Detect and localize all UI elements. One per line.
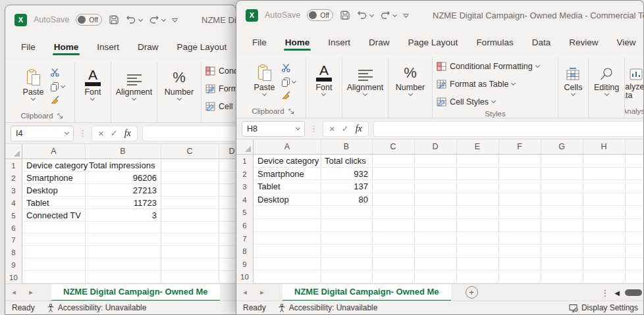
format-as-table-button[interactable]: Format as Table (437, 78, 554, 90)
tab-data[interactable]: Data (531, 32, 552, 53)
dialog-launcher-icon[interactable] (288, 109, 294, 114)
cell[interactable]: 137 (321, 180, 371, 193)
cell[interactable]: 3 (86, 209, 160, 222)
row-header[interactable]: 8 (5, 246, 22, 259)
cut-button[interactable] (50, 67, 65, 78)
name-box[interactable]: I4 (11, 126, 74, 141)
name-box[interactable]: H8 (242, 121, 305, 137)
cell[interactable]: 932 (321, 168, 371, 181)
sheet-nav-next[interactable]: ▸ (254, 288, 271, 297)
redo-button[interactable] (380, 11, 396, 20)
font-button[interactable]: A Font (311, 59, 336, 105)
cell[interactable]: Device category (254, 155, 320, 168)
row-header[interactable]: 7 (5, 233, 22, 247)
cell[interactable]: 96206 (86, 172, 160, 185)
cell[interactable]: 27213 (86, 184, 160, 197)
row-header[interactable]: 6 (236, 219, 254, 232)
row-header[interactable]: 1 (236, 155, 254, 168)
column-header[interactable]: G (541, 139, 583, 154)
cell[interactable]: Desktop (23, 184, 84, 197)
cancel-button[interactable]: × (329, 123, 335, 134)
row-header[interactable]: 2 (236, 168, 254, 181)
customize-quick-access-button[interactable] (403, 14, 409, 17)
customize-quick-access-button[interactable] (172, 18, 178, 22)
alignment-button[interactable]: Alignment (343, 59, 388, 105)
tab-draw[interactable]: Draw (367, 32, 391, 53)
font-button[interactable]: A Font (80, 63, 105, 109)
column-header[interactable]: C (161, 144, 219, 158)
tab-page-layout[interactable]: Page Layout (176, 36, 228, 58)
tab-review[interactable]: Review (568, 32, 599, 53)
select-all-corner[interactable] (236, 139, 254, 154)
cell[interactable]: Total clicks (321, 155, 371, 168)
column-header[interactable]: D (219, 144, 236, 158)
tab-view[interactable]: View (615, 32, 637, 53)
display-settings-button[interactable]: Display Settings (569, 303, 638, 312)
column-header[interactable]: B (85, 144, 161, 158)
conditional-formatting-button[interactable]: Conditional Formatting (437, 60, 554, 72)
sheet-tab[interactable]: NZME Digital Campaign- Owned Me (51, 284, 220, 301)
row-header[interactable]: 1 (5, 159, 22, 172)
enter-button[interactable]: ✓ (111, 128, 118, 138)
number-button[interactable]: % Number (392, 59, 429, 105)
new-sheet-button[interactable]: + (466, 286, 478, 299)
tab-draw[interactable]: Draw (136, 36, 160, 58)
dialog-launcher-icon[interactable] (57, 113, 63, 119)
row-header[interactable]: 5 (236, 206, 254, 219)
column-header[interactable]: B (321, 139, 372, 154)
formula-bar-handle-icon[interactable]: ⋮ (309, 124, 318, 133)
scroll-left-icon[interactable]: ◀ (614, 289, 620, 297)
row-header[interactable]: 10 (5, 271, 22, 283)
horizontal-scrollbar-thumb[interactable] (625, 289, 642, 296)
row-header[interactable]: 9 (5, 258, 22, 272)
column-header[interactable]: F (498, 139, 541, 154)
number-button[interactable]: % Number (161, 63, 198, 109)
cell[interactable]: 11723 (86, 197, 160, 210)
row-header[interactable]: 9 (236, 258, 254, 271)
row-header[interactable]: 2 (5, 172, 22, 185)
cell[interactable]: Connected TV (23, 209, 84, 222)
row-header[interactable]: 3 (236, 180, 254, 193)
cells-button[interactable]: Cells (563, 59, 584, 105)
redo-button[interactable] (149, 15, 165, 24)
sheet-tab-menu-button[interactable]: ⋮ (601, 288, 609, 298)
copy-button[interactable] (281, 76, 296, 87)
row-header[interactable]: 8 (236, 245, 254, 258)
tab-insert[interactable]: Insert (95, 36, 121, 58)
row-header[interactable]: 10 (236, 270, 254, 283)
row-header[interactable]: 7 (236, 232, 254, 245)
formula-input[interactable] (373, 121, 643, 137)
undo-button[interactable] (126, 15, 142, 24)
cell[interactable]: Device category (23, 159, 84, 172)
insert-function-button[interactable]: fx (356, 124, 362, 134)
formula-input[interactable] (142, 126, 236, 141)
copy-button[interactable] (50, 81, 65, 91)
select-all-corner[interactable] (5, 144, 22, 158)
cut-button[interactable] (281, 62, 296, 73)
cancel-button[interactable]: × (98, 128, 104, 139)
column-header[interactable]: C (372, 139, 414, 154)
formula-bar-handle-icon[interactable]: ⋮ (78, 128, 87, 138)
analyze-data-button[interactable]: Analyze Data (625, 59, 643, 105)
conditional-formatting-button[interactable]: Conditional Formatting (205, 64, 236, 77)
save-button[interactable] (340, 10, 350, 20)
cell[interactable]: Tablet (23, 197, 84, 210)
column-header[interactable]: E (456, 139, 498, 154)
save-button[interactable] (109, 14, 119, 25)
tab-file[interactable]: File (20, 36, 37, 58)
cell-styles-button[interactable]: Cell Styles (205, 100, 236, 112)
sheet-nav-prev[interactable]: ◂ (5, 288, 22, 297)
undo-button[interactable] (357, 11, 373, 20)
column-header[interactable]: A (254, 139, 321, 154)
excel-app-icon[interactable]: X (246, 9, 258, 22)
editing-button[interactable]: Editing (590, 59, 623, 105)
row-header[interactable]: 5 (5, 209, 22, 222)
tab-page-layout[interactable]: Page Layout (407, 32, 460, 53)
tab-formulas[interactable]: Formulas (475, 32, 514, 53)
cell[interactable]: Smartphone (254, 168, 320, 181)
format-as-table-button[interactable]: Format as Table (205, 82, 236, 95)
paste-button[interactable]: Paste (19, 63, 48, 109)
cell[interactable]: 80 (321, 193, 371, 206)
accessibility-status[interactable]: Accessibility: Unavailable (47, 303, 147, 312)
cell[interactable]: Tablet (254, 180, 320, 193)
